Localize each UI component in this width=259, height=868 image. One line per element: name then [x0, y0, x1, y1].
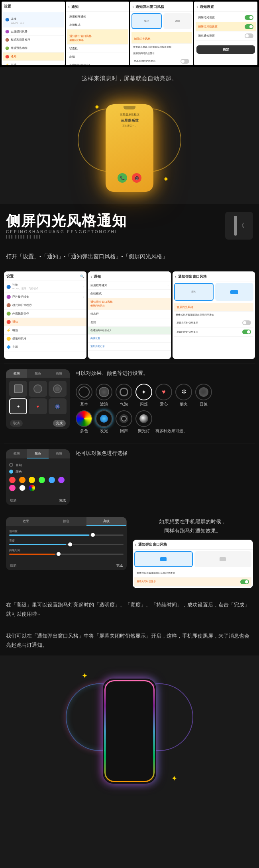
color-dot-rainbow[interactable]: [29, 485, 35, 491]
effect-item-5[interactable]: ♥: [29, 398, 47, 414]
color-grid: [9, 475, 67, 493]
phone-call-status: 正在通话中...: [122, 124, 136, 128]
slider-opacity-track[interactable]: [9, 534, 124, 536]
ss1-r5: 通知: [12, 320, 84, 324]
screenoff-opt2[interactable]: [194, 551, 251, 567]
color-description: 还可以对颜色进行选择: [76, 449, 253, 458]
adv-complete-btn[interactable]: 完成: [116, 564, 123, 568]
color-radio-auto[interactable]: [9, 463, 13, 467]
screen1-title: 设置: [4, 4, 11, 9]
effect-icon-echo: 回声: [116, 410, 132, 434]
screenshot-3: ‹ 通知弹出窗口风格 简约 详细 侧屏闪光风格: [130, 2, 193, 65]
effect-label-echo: 回声: [120, 428, 128, 434]
screenoff-toggle[interactable]: [240, 579, 249, 584]
effect-item-2[interactable]: [29, 381, 47, 397]
effect-icon-flash: ✦ 闪烁: [135, 384, 152, 407]
color-radio-color[interactable]: [9, 470, 13, 474]
ss3-toggle1[interactable]: [242, 320, 251, 325]
effect-more-label: 有多种效果可选。: [155, 410, 187, 434]
adv-tab-effects[interactable]: 效果: [6, 517, 46, 526]
flash-bar: [234, 216, 237, 236]
s3-description: 重叠式从屏幕顶部弹出应用程序通知: [131, 44, 192, 50]
s4-toggle2[interactable]: [245, 24, 253, 29]
ss3-toggle2[interactable]: [242, 330, 251, 334]
effects-cancel-btn[interactable]: 取消: [10, 420, 23, 427]
screenoff-opt1[interactable]: [134, 551, 193, 567]
color-right: 还可以对颜色进行选择: [76, 449, 253, 458]
slider-duration-label: 持续时间: [9, 548, 124, 552]
call-buttons: 📞 📵: [118, 173, 141, 183]
advanced-panel-inner: 效果 颜色 高级 透明度 宽度: [6, 517, 127, 570]
color-auto-label: 自动: [16, 463, 22, 467]
color-dot-white[interactable]: [19, 485, 26, 491]
effects-tab-color[interactable]: 颜色: [27, 369, 48, 378]
adv-cancel-btn[interactable]: 取消: [10, 564, 16, 568]
s4-confirm-btn[interactable]: 确定: [223, 47, 229, 52]
s4-toggle1[interactable]: [245, 15, 253, 20]
bottom-glow-wrapper: ✦ ✦ ● metro: [70, 663, 189, 799]
front-camera: [128, 682, 131, 685]
top-screenshots-section: 设置 🔵 连接 WLAN、蓝牙 🟣 已连接的设备 🟤 模式和日常程序: [0, 0, 259, 67]
screenoff-back: ‹: [135, 542, 137, 548]
bottom-star-top: ✦: [82, 671, 88, 680]
color-dot-orange[interactable]: [19, 477, 26, 483]
s3-toggle[interactable]: [181, 59, 189, 64]
adv-tab-advanced[interactable]: 高级: [86, 517, 127, 526]
effect-item-1[interactable]: [9, 381, 27, 397]
ss1-search-icon[interactable]: 🔍: [80, 275, 84, 278]
screenshot-2: ‹ 通知 应用程序通知 勿扰模式 通知弹出窗口风格 侧屏闪光风格 状态栏: [66, 2, 129, 65]
ss2-r3-sub: 侧屏闪光风格: [90, 304, 168, 308]
effect-label-wave: 波浪: [100, 402, 108, 407]
s3-style-label: 侧屏闪光风格: [134, 37, 151, 40]
effects-panel: 效果 颜色 高级: [6, 369, 70, 429]
color-dot-red[interactable]: [9, 477, 16, 483]
color-tab-effects[interactable]: 效果: [6, 449, 27, 458]
s4-toggle3[interactable]: [245, 33, 253, 38]
color-tab-advanced[interactable]: 高级: [49, 449, 70, 458]
screen-wake-section: 这样来消息时，屏幕就会自动亮起。: [0, 67, 259, 92]
color-complete-btn[interactable]: 完成: [59, 498, 66, 503]
ss1-r2-arrow: ›: [83, 296, 84, 298]
color-dot-pink[interactable]: [9, 485, 16, 491]
color-dot-purple[interactable]: [58, 477, 65, 483]
color-dot-green[interactable]: [39, 477, 45, 483]
effects-tab-advanced[interactable]: 高级: [49, 369, 70, 378]
effect-label-eclipse: 日蚀: [200, 402, 208, 407]
answer-button[interactable]: 📞: [118, 173, 127, 183]
effect-item-6[interactable]: 🎆: [49, 398, 67, 414]
ss1-r1: 连接: [12, 283, 82, 287]
effect-item-3[interactable]: [49, 381, 67, 397]
effect-item-4[interactable]: ✦: [9, 398, 27, 414]
screenoff-toggle-label: 重叠式从屏幕顶部弹出应用程序通知: [137, 572, 249, 575]
effect-icon-eclipse: 日蚀: [195, 384, 212, 407]
phone-call-screen: 三星盖乐世社区 三星盖乐世 正在通话中... 📞 📵: [106, 109, 153, 192]
ss3-style-detail[interactable]: [215, 283, 253, 301]
ss3-style-brief[interactable]: 简约: [174, 283, 214, 301]
slider-duration-track[interactable]: [9, 554, 124, 555]
effects-complete-btn[interactable]: 完成: [53, 420, 66, 427]
color-tab-color[interactable]: 颜色: [27, 449, 48, 458]
effect-circle-heart: ♥: [155, 384, 172, 400]
effect-circle-firework: ✲: [175, 384, 192, 400]
advanced-sliders: 透明度 宽度 持续时间: [6, 526, 127, 561]
slider-width-track[interactable]: [9, 544, 124, 545]
screen2-back: ‹: [68, 4, 70, 10]
barcode-text: ▌▌▌ ▌▌▌▌ ▌▌ ▌▌▌: [6, 235, 219, 238]
color-cancel-btn[interactable]: 取消: [10, 498, 16, 503]
adv-tab-color[interactable]: 颜色: [46, 517, 86, 526]
color-panel-inner: 效果 颜色 高级 自动 颜色: [6, 449, 70, 505]
color-dot-yellow[interactable]: [29, 477, 35, 483]
effects-tab-effects[interactable]: 效果: [6, 369, 27, 378]
ss1-title: 设置: [6, 274, 14, 279]
effect-label-bubble: 气泡: [120, 402, 128, 407]
flash-arrow-icon: 《: [239, 222, 244, 229]
color-actions: 取消 完成: [6, 496, 70, 505]
color-dot-blue[interactable]: [49, 477, 55, 483]
effect-circle-spotlight: [135, 410, 152, 427]
settings-screen-1: 设置 🔍 🔵 连接 WLAN、蓝牙、飞行模式 › 🟣 已连接的设备: [4, 271, 86, 359]
side-flash-icon-box: 《: [225, 212, 253, 240]
ss2-r4: 状态栏: [90, 312, 168, 316]
decline-button[interactable]: 📵: [132, 173, 141, 183]
ss2-r1-arrow: ›: [167, 284, 168, 287]
s1-item1-sub: WLAN、蓝牙: [11, 21, 25, 25]
